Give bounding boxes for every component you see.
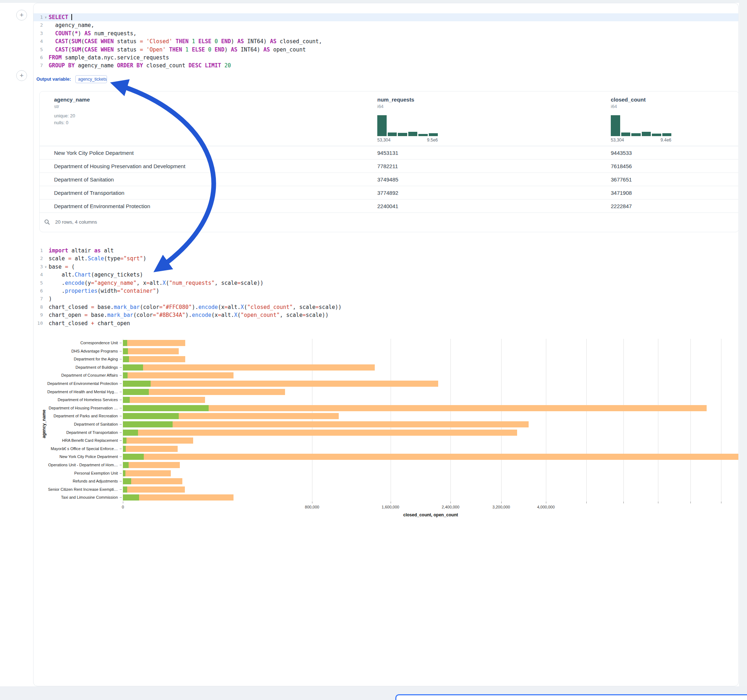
- code-token: [172, 38, 175, 45]
- open-count-bar: [123, 446, 126, 452]
- table-row: Department of Environmental Protection22…: [39, 199, 739, 213]
- code-token: , scale: [215, 280, 237, 286]
- table-cell: 9453131: [363, 146, 596, 159]
- column-name: closed_count: [611, 97, 725, 103]
- code-token: [48, 47, 55, 53]
- code-token: alt.: [71, 255, 88, 262]
- code-text: SELECT: [48, 13, 72, 21]
- code-line: 8chart_closed = base.mark_bar(color="#FF…: [33, 303, 738, 311]
- code-token: ): [78, 30, 84, 37]
- collapse-chevron-icon: [43, 279, 48, 287]
- code-token: WHEN: [101, 47, 114, 53]
- collapse-chevron-icon: [43, 62, 48, 69]
- code-token: =: [117, 288, 120, 294]
- code-token: ).: [185, 312, 192, 318]
- add-cell-button[interactable]: +: [16, 10, 27, 21]
- code-token: SELECT: [48, 14, 68, 21]
- sql-editor[interactable]: 1∨SELECT 2 agency_name,3 COUNT(*) AS num…: [33, 13, 738, 70]
- code-token: (color: [133, 312, 153, 318]
- code-token: alt.: [150, 280, 163, 286]
- gridline: [391, 339, 391, 502]
- collapse-chevron-icon[interactable]: ∨: [43, 263, 48, 271]
- y-axis-label: HRA Benefit Card Replacement: [62, 436, 118, 445]
- open-count-bar: [123, 470, 126, 477]
- code-line: 4 alt.Chart(agency_tickets): [33, 271, 738, 279]
- x-axis-tick: [391, 502, 391, 503]
- line-number: 6: [33, 54, 43, 62]
- closed-count-bar: [123, 421, 529, 427]
- x-axis-tick: [690, 502, 691, 503]
- table-cell: 3471908: [596, 186, 725, 199]
- code-token: FROM: [48, 54, 62, 61]
- code-token: "open_count": [241, 312, 280, 318]
- x-axis-tick-label: 800,000: [305, 505, 319, 509]
- open-count-bar: [123, 364, 143, 371]
- code-token: [212, 47, 215, 53]
- table-dimensions: 20 rows, 4 columns: [55, 219, 97, 225]
- closed-count-bar: [123, 405, 707, 411]
- code-token: 'Closed': [146, 38, 172, 45]
- code-token: [166, 47, 169, 53]
- y-axis-tick: [119, 465, 122, 465]
- code-token: (y: [84, 280, 91, 286]
- chart-plot-area: [123, 335, 738, 502]
- code-token: =: [68, 255, 71, 262]
- code-token: SUM: [71, 47, 81, 53]
- code-token: "num_requests": [169, 280, 215, 286]
- x-axis-tick: [586, 502, 587, 503]
- y-axis-label: Department for the Aging: [74, 355, 118, 363]
- search-icon[interactable]: [44, 219, 50, 225]
- code-token: LIMIT: [205, 62, 221, 69]
- table-cell: 2240041: [363, 199, 596, 213]
- y-axis-tick: [119, 433, 122, 433]
- text-cursor: [71, 14, 72, 20]
- code-token: 0: [208, 47, 212, 53]
- code-token: END: [221, 38, 231, 45]
- code-token: AS: [231, 47, 237, 53]
- open-count-bar: [123, 340, 127, 346]
- y-axis-tick: [119, 449, 122, 449]
- code-token: (: [166, 280, 169, 286]
- histogram-bar: [662, 133, 672, 136]
- code-token: =: [140, 38, 143, 45]
- line-number: 5: [33, 46, 43, 54]
- code-token: alt.: [221, 312, 234, 318]
- code-token: X: [163, 280, 166, 286]
- code-text: import altair as alt: [48, 247, 114, 255]
- code-token: (: [68, 38, 71, 45]
- code-token: [143, 47, 146, 53]
- histogram-range-label: 53,304: [611, 137, 624, 143]
- code-token: "agency_name": [94, 280, 136, 286]
- collapse-chevron-icon: [43, 295, 48, 303]
- code-token: CASE: [84, 38, 97, 45]
- table-cell: 7618456: [596, 160, 725, 172]
- closed-count-bar: [123, 381, 438, 387]
- column-name: num_requests: [377, 97, 596, 103]
- code-text: scale = alt.Scale(type="sqrt"): [48, 255, 146, 262]
- histogram-range: 53,3049.5e6: [377, 137, 438, 143]
- code-token: 0: [215, 38, 218, 45]
- output-variable-badge[interactable]: agency_tickets: [75, 75, 107, 83]
- column-header: agency_namestrunique: 20nulls: 0: [39, 92, 363, 146]
- collapse-chevron-icon: [43, 247, 48, 255]
- histogram-bar: [377, 115, 387, 136]
- python-editor[interactable]: 1import altair as alt2scale = alt.Scale(…: [33, 247, 738, 327]
- code-token: [68, 14, 71, 21]
- open-count-bar: [123, 478, 131, 484]
- x-axis-tick: [312, 502, 312, 503]
- code-token: 1: [185, 47, 189, 53]
- histogram-bar: [642, 132, 651, 136]
- line-number: 10: [33, 319, 43, 327]
- x-axis-tick: [623, 502, 624, 503]
- add-cell-button[interactable]: +: [16, 70, 27, 81]
- code-line: 5 .encode(y="agency_name", x=alt.X("num_…: [33, 279, 738, 287]
- column-type: i64: [377, 104, 596, 109]
- code-token: DESC: [189, 62, 201, 69]
- code-text: agency_name,: [48, 21, 94, 29]
- code-token: scale)): [319, 304, 342, 311]
- table-cell: Department of Transportation: [39, 186, 363, 199]
- collapse-chevron-icon[interactable]: ∨: [43, 13, 48, 21]
- closed-count-bar: [123, 340, 185, 346]
- table-cell: 3677651: [596, 173, 725, 186]
- code-text: FROM sample_data.nyc.service_requests: [48, 54, 169, 62]
